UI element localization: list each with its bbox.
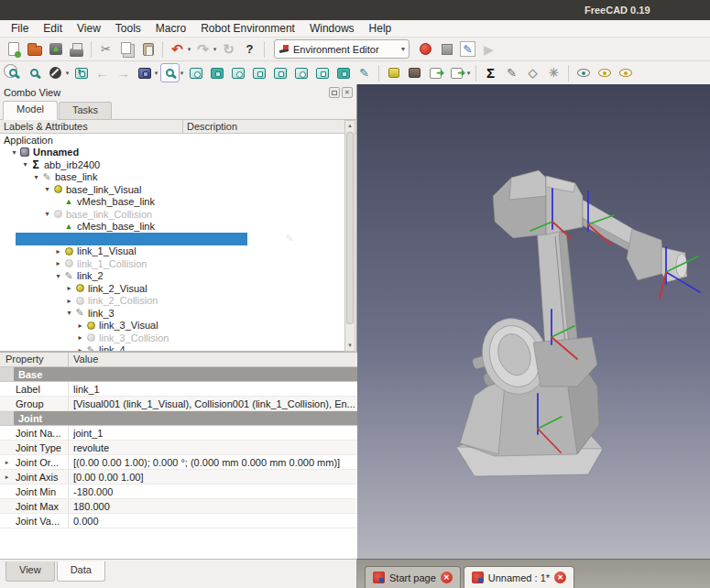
print-icon[interactable]: [67, 39, 86, 59]
expander-icon[interactable]: ▸: [53, 247, 63, 256]
close-tab-icon[interactable]: ✕: [441, 572, 453, 583]
menu-file[interactable]: File: [4, 21, 36, 36]
fit-all-icon[interactable]: [4, 63, 23, 82]
property-group-base[interactable]: Base: [0, 367, 357, 382]
tree-row-link-1-collision[interactable]: ▸link_1_Collision: [0, 257, 345, 270]
workbench-selector[interactable]: Environment Editor ▾: [274, 39, 410, 59]
expander-icon[interactable]: ▸: [0, 455, 14, 469]
scroll-up-icon[interactable]: ▲: [345, 121, 355, 131]
update-view-icon[interactable]: ↻: [71, 63, 91, 82]
scroll-down-icon[interactable]: ▼: [345, 341, 355, 351]
expander-icon[interactable]: ▾: [31, 173, 41, 181]
tree-row-application[interactable]: Application: [0, 134, 345, 147]
open-document-icon[interactable]: [25, 39, 44, 59]
export-icon[interactable]: ➔: [426, 63, 445, 82]
view-right-icon[interactable]: [249, 63, 268, 82]
tree-scrollbar[interactable]: ▲ ▼: [344, 120, 355, 352]
view-left-icon[interactable]: [312, 63, 332, 82]
expander-icon[interactable]: ▾: [53, 272, 63, 280]
redo-caret-icon[interactable]: ▾: [212, 46, 218, 53]
record-macro-icon[interactable]: [416, 39, 435, 59]
property-value[interactable]: joint_1: [69, 426, 357, 440]
save-document-icon[interactable]: [46, 39, 65, 59]
3d-viewport[interactable]: Start page ✕ Unnamed : 1* ✕: [357, 84, 710, 588]
tree-row-link-2[interactable]: ▾✎link_2: [0, 270, 345, 283]
view-iso-icon[interactable]: [333, 63, 353, 82]
float-panel-icon[interactable]: [329, 87, 340, 98]
property-value[interactable]: [(0.00 0.00 1.00); 0.000 °; (0.000 mm 0.…: [69, 455, 357, 469]
export-as-icon[interactable]: ➔: [447, 63, 466, 82]
view-axonometric-icon[interactable]: [135, 63, 154, 82]
property-value[interactable]: -180.000: [69, 485, 357, 498]
tree-row-link-4-partial[interactable]: ▸✎link_4: [0, 344, 345, 353]
nav-forward-icon[interactable]: →: [114, 63, 133, 82]
tree-row-link-3[interactable]: ▾✎link_3: [0, 307, 345, 320]
view-rear-icon[interactable]: [270, 63, 289, 82]
tree-row-cmesh[interactable]: ▲cMesh_base_link: [0, 221, 345, 234]
property-row-joint-name[interactable]: Joint Na...joint_1: [0, 426, 357, 441]
close-panel-icon[interactable]: ✕: [342, 87, 353, 98]
tree-row-base-link-visual[interactable]: ▾base_link_Visual: [0, 183, 345, 196]
tab-tasks[interactable]: Tasks: [59, 102, 112, 119]
menu-tools[interactable]: Tools: [108, 21, 148, 36]
property-value[interactable]: revolute: [69, 441, 357, 454]
property-value[interactable]: 180.000: [69, 499, 357, 513]
zoom-icon[interactable]: [25, 63, 44, 82]
property-row-joint-type[interactable]: Joint Typerevolute: [0, 441, 357, 455]
expander-icon[interactable]: ▸: [75, 333, 85, 342]
stop-macro-icon[interactable]: [437, 39, 456, 59]
measure-distance-icon[interactable]: ✎: [355, 63, 374, 82]
visibility-plane-icon[interactable]: [573, 63, 593, 82]
expander-icon[interactable]: ▸: [64, 297, 74, 305]
scrollbar-thumb[interactable]: [346, 132, 354, 324]
tree-row-base-link-collision[interactable]: ▾base_link_Collision: [0, 208, 345, 221]
export-caret-icon[interactable]: ▾: [465, 70, 472, 77]
menu-edit[interactable]: Edit: [36, 21, 70, 36]
robot-workbench-icon[interactable]: Σ: [481, 63, 500, 82]
tab-model[interactable]: Model: [3, 101, 58, 120]
expander-icon[interactable]: ▸: [53, 259, 63, 267]
zoom-box-caret-icon[interactable]: ▾: [179, 70, 185, 77]
tab-view[interactable]: View: [5, 561, 55, 582]
zoom-box-icon[interactable]: [160, 63, 180, 82]
close-tab-icon[interactable]: ✕: [554, 572, 566, 583]
property-value[interactable]: 0.000: [69, 514, 357, 528]
tree-row-link-2-collision[interactable]: ▸link_2_Collision: [0, 295, 345, 308]
copy-icon[interactable]: [117, 39, 137, 59]
property-value[interactable]: [0.00 0.00 1.00]: [69, 470, 357, 484]
whats-this-icon[interactable]: ?: [240, 39, 259, 59]
cut-icon[interactable]: ✂: [96, 39, 115, 59]
new-document-icon[interactable]: [4, 39, 23, 59]
tab-unnamed-document[interactable]: Unnamed : 1* ✕: [464, 566, 574, 588]
axonometric-caret-icon[interactable]: ▾: [153, 70, 159, 77]
view-bottom-icon[interactable]: [291, 63, 311, 82]
edit-macro-icon[interactable]: ✎: [458, 39, 477, 59]
expander-icon[interactable]: ▾: [274, 234, 284, 243]
view-top-icon[interactable]: [228, 63, 247, 82]
tree-row-link-2-visual[interactable]: ▸link_2_Visual: [0, 282, 345, 295]
tree-row-link-3-collision[interactable]: ▸link_3_Collision: [0, 332, 345, 344]
property-row-label[interactable]: Labellink_1: [0, 382, 357, 397]
tab-start-page[interactable]: Start page ✕: [365, 566, 461, 588]
visibility-object-icon[interactable]: [616, 63, 635, 82]
property-group-joint[interactable]: Joint: [0, 411, 357, 426]
property-value[interactable]: [Visual001 (link_1_Visual), Collision001…: [69, 397, 357, 410]
redo-icon[interactable]: ↷: [193, 39, 213, 59]
play-macro-icon[interactable]: ▶: [479, 39, 498, 59]
expander-icon[interactable]: ▸: [64, 284, 74, 292]
column-labels-attributes[interactable]: Labels & Attributes: [0, 120, 183, 133]
expander-icon[interactable]: ▾: [9, 148, 19, 157]
mesh-star-icon[interactable]: ✳: [544, 63, 563, 82]
property-row-group[interactable]: Group[Visual001 (link_1_Visual), Collisi…: [0, 397, 357, 411]
tree-row-document[interactable]: ▾Unnamed: [0, 147, 345, 159]
expander-icon[interactable]: ▾: [42, 210, 52, 218]
nav-back-icon[interactable]: ←: [93, 63, 112, 82]
property-row-joint-axis[interactable]: ▸Joint Axis[0.00 0.00 1.00]: [0, 470, 357, 485]
draw-style-icon[interactable]: [46, 63, 65, 82]
property-row-joint-min[interactable]: Joint Min-180.000: [0, 485, 357, 499]
tree-row-link-1-visual[interactable]: ▸link_1_Visual: [0, 245, 345, 258]
part-box-icon[interactable]: [384, 63, 403, 82]
property-row-joint-max[interactable]: Joint Max180.000: [0, 499, 357, 514]
property-column-header[interactable]: Property: [0, 353, 69, 366]
column-description[interactable]: Description: [183, 120, 356, 133]
